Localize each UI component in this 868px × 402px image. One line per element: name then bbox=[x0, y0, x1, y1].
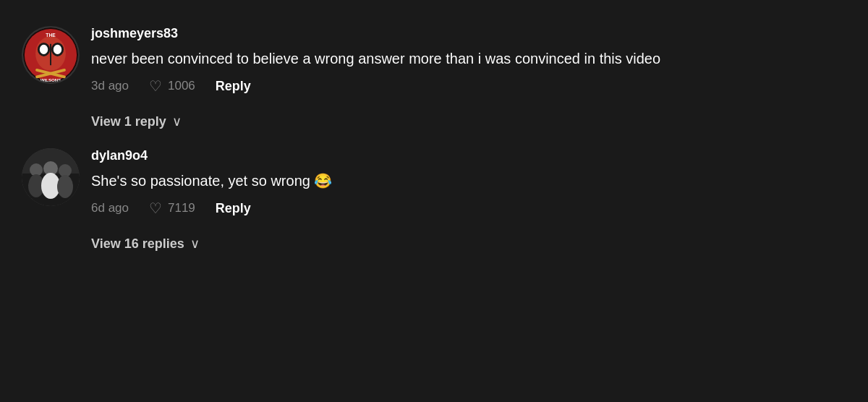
comment-time: 3d ago bbox=[91, 79, 129, 93]
comment-body: dylan9o4 She's so passionate, yet so wro… bbox=[91, 148, 846, 217]
svg-point-19 bbox=[57, 175, 73, 198]
avatar-photo bbox=[22, 148, 80, 206]
comment-username: dylan9o4 bbox=[91, 148, 846, 163]
comment-actions: 6d ago ♡ 7119 Reply bbox=[91, 200, 846, 217]
svg-text:THE: THE bbox=[46, 33, 56, 38]
chevron-down-icon: ∨ bbox=[172, 114, 182, 129]
like-section: ♡ 1006 bbox=[149, 77, 195, 95]
svg-point-5 bbox=[40, 45, 48, 54]
comment-item: THE WILSONS joshmeyers83 never been conv… bbox=[22, 14, 846, 106]
comment-actions: 3d ago ♡ 1006 Reply bbox=[91, 77, 846, 95]
heart-icon[interactable]: ♡ bbox=[149, 200, 162, 217]
like-count: 1006 bbox=[168, 79, 195, 93]
reply-button[interactable]: Reply bbox=[216, 201, 251, 216]
comment-text: never been convinced to believe a wrong … bbox=[91, 48, 742, 69]
comment-text: She's so passionate, yet so wrong 😂 bbox=[91, 171, 742, 191]
comment-item: dylan9o4 She's so passionate, yet so wro… bbox=[22, 137, 846, 228]
svg-text:WILSONS: WILSONS bbox=[41, 77, 61, 82]
chevron-down-icon: ∨ bbox=[190, 236, 200, 252]
view-replies-toggle[interactable]: View 1 reply ∨ bbox=[22, 106, 846, 137]
comment-body: joshmeyers83 never been convinced to bel… bbox=[91, 26, 846, 95]
comments-container: THE WILSONS joshmeyers83 never been conv… bbox=[22, 14, 846, 259]
avatar bbox=[22, 148, 80, 206]
heart-icon[interactable]: ♡ bbox=[149, 77, 162, 95]
comment-time: 6d ago bbox=[91, 201, 129, 215]
comment-username: joshmeyers83 bbox=[91, 26, 846, 41]
reply-button[interactable]: Reply bbox=[216, 79, 251, 94]
like-count: 7119 bbox=[168, 201, 195, 215]
view-replies-toggle[interactable]: View 16 replies ∨ bbox=[22, 228, 846, 259]
like-section: ♡ 7119 bbox=[149, 200, 195, 217]
view-replies-label: View 1 reply bbox=[91, 114, 166, 129]
avatar: THE WILSONS bbox=[22, 26, 80, 84]
svg-point-6 bbox=[54, 45, 61, 54]
view-replies-label: View 16 replies bbox=[91, 236, 184, 252]
